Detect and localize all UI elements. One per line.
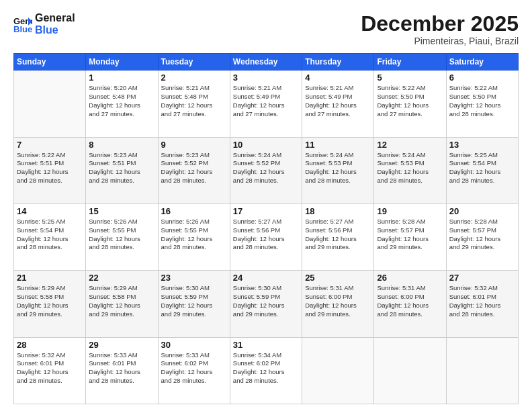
day-info: Sunrise: 5:32 AM Sunset: 6:01 PM Dayligh…	[449, 284, 515, 318]
calendar-cell: 22Sunrise: 5:29 AM Sunset: 5:58 PM Dayli…	[86, 271, 158, 337]
calendar-cell: 20Sunrise: 5:28 AM Sunset: 5:57 PM Dayli…	[446, 203, 518, 270]
day-of-week-sunday: Sunday	[14, 54, 86, 71]
calendar-week-3: 14Sunrise: 5:25 AM Sunset: 5:54 PM Dayli…	[14, 203, 519, 270]
calendar-cell: 15Sunrise: 5:26 AM Sunset: 5:55 PM Dayli…	[86, 203, 158, 270]
day-number: 21	[17, 273, 83, 283]
day-info: Sunrise: 5:21 AM Sunset: 5:48 PM Dayligh…	[161, 84, 227, 118]
day-number: 6	[449, 73, 515, 83]
page: General Blue General Blue December 2025 …	[0, 0, 532, 411]
day-of-week-friday: Friday	[374, 54, 446, 71]
day-number: 19	[377, 206, 443, 216]
calendar-cell: 11Sunrise: 5:24 AM Sunset: 5:53 PM Dayli…	[302, 137, 374, 203]
day-number: 17	[233, 206, 299, 216]
day-number: 4	[305, 73, 371, 83]
day-number: 9	[161, 140, 227, 150]
day-info: Sunrise: 5:31 AM Sunset: 6:00 PM Dayligh…	[305, 284, 371, 318]
day-info: Sunrise: 5:25 AM Sunset: 5:54 PM Dayligh…	[17, 218, 83, 252]
day-number: 16	[161, 206, 227, 216]
day-number: 27	[449, 273, 515, 283]
day-number: 24	[233, 273, 299, 283]
day-info: Sunrise: 5:26 AM Sunset: 5:55 PM Dayligh…	[89, 218, 154, 252]
day-number: 28	[17, 340, 83, 350]
day-of-week-saturday: Saturday	[446, 54, 518, 71]
day-info: Sunrise: 5:20 AM Sunset: 5:48 PM Dayligh…	[89, 84, 154, 118]
day-number: 26	[377, 273, 443, 283]
calendar-cell	[14, 71, 86, 137]
calendar-cell: 26Sunrise: 5:31 AM Sunset: 6:00 PM Dayli…	[374, 271, 446, 337]
day-number: 30	[161, 340, 227, 350]
day-info: Sunrise: 5:29 AM Sunset: 5:58 PM Dayligh…	[17, 284, 83, 318]
day-info: Sunrise: 5:29 AM Sunset: 5:58 PM Dayligh…	[89, 284, 154, 318]
day-info: Sunrise: 5:30 AM Sunset: 5:59 PM Dayligh…	[161, 284, 227, 318]
day-of-week-wednesday: Wednesday	[230, 54, 302, 71]
calendar-cell: 5Sunrise: 5:22 AM Sunset: 5:50 PM Daylig…	[374, 71, 446, 137]
day-number: 12	[377, 140, 443, 150]
calendar-week-2: 7Sunrise: 5:22 AM Sunset: 5:51 PM Daylig…	[14, 137, 519, 203]
day-info: Sunrise: 5:30 AM Sunset: 5:59 PM Dayligh…	[233, 284, 299, 318]
calendar-week-5: 28Sunrise: 5:32 AM Sunset: 6:01 PM Dayli…	[14, 337, 519, 404]
day-number: 13	[449, 140, 515, 150]
day-info: Sunrise: 5:34 AM Sunset: 6:02 PM Dayligh…	[233, 351, 299, 385]
calendar-cell: 28Sunrise: 5:32 AM Sunset: 6:01 PM Dayli…	[14, 337, 86, 404]
calendar-cell: 31Sunrise: 5:34 AM Sunset: 6:02 PM Dayli…	[230, 337, 302, 404]
calendar-cell: 4Sunrise: 5:21 AM Sunset: 5:49 PM Daylig…	[302, 71, 374, 137]
calendar-cell	[374, 337, 446, 404]
calendar-cell: 27Sunrise: 5:32 AM Sunset: 6:01 PM Dayli…	[446, 271, 518, 337]
day-info: Sunrise: 5:26 AM Sunset: 5:55 PM Dayligh…	[161, 218, 227, 252]
day-number: 18	[305, 206, 371, 216]
calendar-cell: 16Sunrise: 5:26 AM Sunset: 5:55 PM Dayli…	[158, 203, 230, 270]
logo-icon: General Blue	[13, 15, 32, 34]
header: General Blue General Blue December 2025 …	[13, 12, 519, 46]
calendar-cell: 30Sunrise: 5:33 AM Sunset: 6:02 PM Dayli…	[158, 337, 230, 404]
day-info: Sunrise: 5:25 AM Sunset: 5:54 PM Dayligh…	[449, 151, 515, 185]
calendar-cell: 1Sunrise: 5:20 AM Sunset: 5:48 PM Daylig…	[86, 71, 158, 137]
day-number: 25	[305, 273, 371, 283]
day-info: Sunrise: 5:23 AM Sunset: 5:52 PM Dayligh…	[161, 151, 227, 185]
calendar-cell: 14Sunrise: 5:25 AM Sunset: 5:54 PM Dayli…	[14, 203, 86, 270]
day-number: 2	[161, 73, 227, 83]
calendar-body: 1Sunrise: 5:20 AM Sunset: 5:48 PM Daylig…	[14, 71, 519, 404]
day-info: Sunrise: 5:32 AM Sunset: 6:01 PM Dayligh…	[17, 351, 83, 385]
calendar-cell: 7Sunrise: 5:22 AM Sunset: 5:51 PM Daylig…	[14, 137, 86, 203]
calendar-table: SundayMondayTuesdayWednesdayThursdayFrid…	[13, 53, 519, 404]
svg-text:Blue: Blue	[13, 24, 32, 34]
day-info: Sunrise: 5:22 AM Sunset: 5:51 PM Dayligh…	[17, 151, 83, 185]
location-subtitle: Pimenteiras, Piaui, Brazil	[361, 36, 519, 46]
calendar-cell: 24Sunrise: 5:30 AM Sunset: 5:59 PM Dayli…	[230, 271, 302, 337]
day-number: 10	[233, 140, 299, 150]
day-info: Sunrise: 5:21 AM Sunset: 5:49 PM Dayligh…	[305, 84, 371, 118]
calendar-header-row: SundayMondayTuesdayWednesdayThursdayFrid…	[14, 54, 519, 71]
calendar-cell: 18Sunrise: 5:27 AM Sunset: 5:56 PM Dayli…	[302, 203, 374, 270]
calendar-week-1: 1Sunrise: 5:20 AM Sunset: 5:48 PM Daylig…	[14, 71, 519, 137]
calendar-cell: 2Sunrise: 5:21 AM Sunset: 5:48 PM Daylig…	[158, 71, 230, 137]
day-info: Sunrise: 5:27 AM Sunset: 5:56 PM Dayligh…	[233, 218, 299, 252]
calendar-cell: 12Sunrise: 5:24 AM Sunset: 5:53 PM Dayli…	[374, 137, 446, 203]
calendar-cell: 21Sunrise: 5:29 AM Sunset: 5:58 PM Dayli…	[14, 271, 86, 337]
calendar-cell: 3Sunrise: 5:21 AM Sunset: 5:49 PM Daylig…	[230, 71, 302, 137]
day-number: 20	[449, 206, 515, 216]
day-number: 5	[377, 73, 443, 83]
month-title: December 2025	[361, 12, 519, 36]
calendar-cell: 10Sunrise: 5:24 AM Sunset: 5:52 PM Dayli…	[230, 137, 302, 203]
calendar-cell: 23Sunrise: 5:30 AM Sunset: 5:59 PM Dayli…	[158, 271, 230, 337]
calendar-week-4: 21Sunrise: 5:29 AM Sunset: 5:58 PM Dayli…	[14, 271, 519, 337]
day-info: Sunrise: 5:24 AM Sunset: 5:52 PM Dayligh…	[233, 151, 299, 185]
day-info: Sunrise: 5:28 AM Sunset: 5:57 PM Dayligh…	[377, 218, 443, 252]
day-number: 14	[17, 206, 83, 216]
day-number: 11	[305, 140, 371, 150]
day-number: 8	[89, 140, 154, 150]
logo-line1: General	[35, 12, 75, 24]
day-number: 1	[89, 73, 154, 83]
title-block: December 2025 Pimenteiras, Piaui, Brazil	[361, 12, 519, 46]
logo: General Blue General Blue	[13, 12, 75, 36]
day-info: Sunrise: 5:21 AM Sunset: 5:49 PM Dayligh…	[233, 84, 299, 118]
calendar-cell: 17Sunrise: 5:27 AM Sunset: 5:56 PM Dayli…	[230, 203, 302, 270]
day-number: 23	[161, 273, 227, 283]
day-number: 7	[17, 140, 83, 150]
calendar-cell: 6Sunrise: 5:22 AM Sunset: 5:50 PM Daylig…	[446, 71, 518, 137]
day-info: Sunrise: 5:22 AM Sunset: 5:50 PM Dayligh…	[449, 84, 515, 118]
logo-line2: Blue	[35, 24, 75, 36]
day-info: Sunrise: 5:31 AM Sunset: 6:00 PM Dayligh…	[377, 284, 443, 318]
calendar-cell: 29Sunrise: 5:33 AM Sunset: 6:01 PM Dayli…	[86, 337, 158, 404]
day-of-week-tuesday: Tuesday	[158, 54, 230, 71]
